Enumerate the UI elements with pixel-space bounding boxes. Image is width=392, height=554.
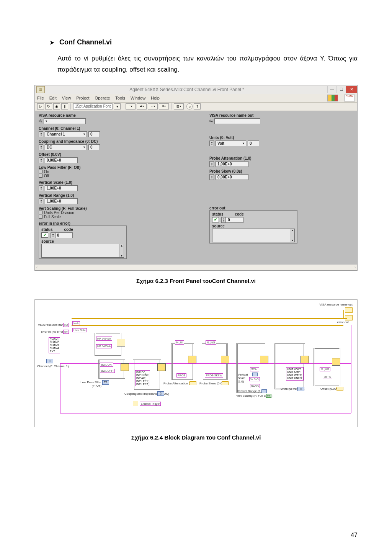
font-selector[interactable]: 15pt Application Font xyxy=(73,103,113,109)
errin-source-field[interactable]: ▴▾ xyxy=(41,244,124,258)
page-number: 47 xyxy=(351,532,358,539)
menu-help[interactable]: Help xyxy=(151,96,160,100)
coupling-spin[interactable]: ▴▾ xyxy=(39,144,43,150)
run-cont-button[interactable]: ↻ xyxy=(45,103,52,109)
vscale-field[interactable]: 1,00E+0 xyxy=(45,185,78,191)
error-out-cluster: statuscode ✔ ▴▾0 source ▴▾ xyxy=(209,210,297,243)
align-drop[interactable]: ‡▾ xyxy=(126,103,136,109)
menu-file[interactable]: File xyxy=(37,96,44,100)
coupling-combo[interactable]: DC xyxy=(45,144,87,150)
scroll-icon[interactable]: ▴▾ xyxy=(290,229,294,242)
channel-control-icon: ▯ xyxy=(46,359,53,363)
section-title: Conf Channel.vi xyxy=(59,38,112,46)
lpf-off-text: Off xyxy=(44,174,49,178)
menu-tools[interactable]: Tools xyxy=(115,96,125,100)
resize-drop[interactable]: ↔▾ xyxy=(148,103,158,109)
vscale-spin[interactable]: ▴▾ xyxy=(39,185,43,191)
user-data-node: User Data xyxy=(72,328,87,332)
vrange-control-icon xyxy=(261,389,267,393)
vscaling-upd-radio[interactable] xyxy=(39,211,42,214)
units-ctrl-label: Units (0: Volt) xyxy=(281,387,299,391)
vscale-control-icon xyxy=(252,373,258,376)
window-titlebar: ◫ Agilent 548XX Series.lvlib:Conf Channe… xyxy=(35,85,357,94)
prob-control-icon xyxy=(189,381,196,385)
error-out-label: error out xyxy=(337,320,349,324)
vscale-label: Vertical Scale (1.0) xyxy=(39,180,183,185)
scroll-left-icon[interactable]: ‹ xyxy=(36,265,38,269)
offset-spin[interactable]: ▴▾ xyxy=(39,157,43,163)
lpf-on-text: On xyxy=(44,170,49,174)
close-button[interactable]: ✕ xyxy=(346,86,357,93)
errin-status-led: ✔ xyxy=(41,232,48,238)
errin-code-label: code xyxy=(64,227,73,232)
vscaling-label: Vert Scaling (F: Full Scale) xyxy=(39,206,183,211)
menu-project[interactable]: Project xyxy=(76,96,89,100)
help-icon[interactable]: ? xyxy=(194,103,201,109)
pause-button[interactable]: ∥ xyxy=(61,103,68,109)
run-button[interactable]: ▷ xyxy=(37,103,44,109)
vrange-spin[interactable]: ▴▾ xyxy=(39,198,43,204)
error-terminal-icon: err xyxy=(63,330,69,334)
bwl-off-const: BWL OFF; xyxy=(100,369,115,373)
rang-const: RANG xyxy=(250,384,260,388)
section-heading: ➤ Conf Channel.vi xyxy=(50,38,358,46)
font-drop-icon[interactable]: ▾ xyxy=(114,103,121,109)
format-string-icon xyxy=(332,358,340,366)
toolbar: ▷ ↻ ◉ ∥ 15pt Application Font ▾ ‡▾ ⇄▾ ↔▾… xyxy=(35,103,357,111)
reorder-drop[interactable]: ≡▾ xyxy=(159,103,169,109)
lpf-ctrl-label: Low Pass Filter (F: Off) xyxy=(79,381,101,387)
window-statusbar: ‹ › xyxy=(35,264,357,270)
vrange-ctrl-label: Vertical Range (1.0) xyxy=(237,389,264,393)
bwl-on-const: BWL ON; xyxy=(100,363,113,367)
vrange-field[interactable]: 1,00E+0 xyxy=(45,198,78,204)
hp2-const: HP 5485xA xyxy=(96,344,112,348)
errin-code-field[interactable]: 0 xyxy=(55,232,73,238)
minimize-button[interactable]: — xyxy=(327,86,336,93)
offset-ctrl-label: Offset (0.0V) xyxy=(320,387,338,391)
search-icon[interactable]: ⌕ xyxy=(186,103,193,109)
channel-spin[interactable]: ▴▾ xyxy=(39,131,43,137)
left-vert-wire xyxy=(60,363,60,413)
visa-out-indicator xyxy=(214,118,260,124)
patt-spin[interactable]: ▴▾ xyxy=(209,161,214,167)
maximize-button[interactable]: ☐ xyxy=(336,86,346,93)
vrange-label: Vertical Range (1.0) xyxy=(39,193,183,198)
visa-out-label: VISA resource name out xyxy=(209,113,353,118)
group-drop[interactable]: ▧▾ xyxy=(174,103,184,109)
hp1-const: HP 54845A xyxy=(96,337,112,341)
coupling-label: Coupling and Impedance (0: DC) xyxy=(39,139,183,144)
prob-const: PROB xyxy=(176,373,186,378)
units-spin[interactable]: ▴▾ xyxy=(209,141,214,146)
offset-field[interactable]: 0,00E+0 xyxy=(45,157,78,163)
visa-terminal-icon: I/O xyxy=(63,323,69,327)
error-in-label: error in (no error) xyxy=(41,330,64,333)
connector-icon: CHAN xyxy=(344,95,355,101)
window-title: Agilent 548XX Series.lvlib:Conf Channel.… xyxy=(46,87,327,92)
lpf-off-radio[interactable] xyxy=(39,174,42,178)
channel-combo[interactable]: Channel 1 xyxy=(45,131,87,137)
menu-view[interactable]: View xyxy=(62,96,71,100)
pskew-field[interactable]: 0,00E+0 xyxy=(216,174,248,180)
scroll-icon[interactable]: ▴▾ xyxy=(119,244,124,257)
patt-field[interactable]: 1,00E+0 xyxy=(216,161,248,167)
vscaling-full-radio[interactable] xyxy=(39,215,42,219)
ext-trig-const: External Trigger xyxy=(140,402,161,406)
abort-button[interactable]: ◉ xyxy=(53,103,60,109)
menu-window[interactable]: Window xyxy=(131,96,145,100)
lpf-on-radio[interactable] xyxy=(39,170,42,173)
pskew-spin[interactable]: ▴▾ xyxy=(209,174,214,180)
lpf-control-icon: TF xyxy=(102,380,109,385)
units-combo[interactable]: Volt xyxy=(216,141,246,146)
visa-in-combo[interactable] xyxy=(44,118,86,124)
errout-status-label: status xyxy=(212,212,223,216)
distribute-drop[interactable]: ⇄▾ xyxy=(137,103,147,109)
scroll-right-icon[interactable]: › xyxy=(354,265,356,269)
errin-code-spin[interactable]: ▴▾ xyxy=(51,232,55,238)
menu-operate[interactable]: Operate xyxy=(95,96,110,100)
menu-edit[interactable]: Edit xyxy=(49,96,57,100)
errin-label: error in (no error) xyxy=(39,221,183,226)
block-diagram-canvas: VISA resource name out error out VISA re… xyxy=(37,302,355,425)
errin-source-label: source xyxy=(41,239,124,243)
pskew-label: Probe Skew (0.0s) xyxy=(209,169,353,173)
fmt2-const: %.;%G xyxy=(206,340,216,345)
